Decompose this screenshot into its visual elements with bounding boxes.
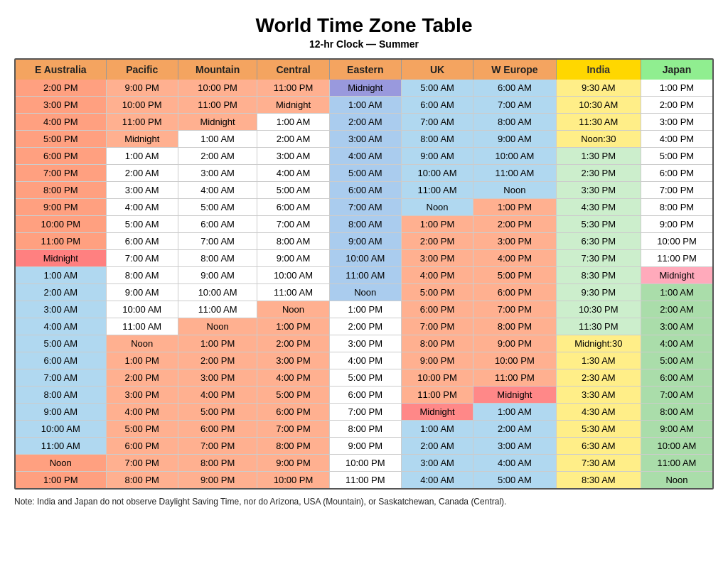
table-cell: 10:00 PM: [257, 472, 329, 489]
table-cell: 4:00 PM: [641, 131, 712, 148]
table-cell: 11:00 PM: [106, 114, 178, 131]
table-cell: 3:00 PM: [401, 250, 473, 267]
table-row: 2:00 PM9:00 PM10:00 PM11:00 PMMidnight5:…: [16, 80, 712, 97]
table-cell: 10:00 AM: [329, 250, 401, 267]
table-cell: 8:00 AM: [473, 114, 556, 131]
table-row: 10:00 PM5:00 AM6:00 AM7:00 AM8:00 AM1:00…: [16, 216, 712, 233]
table-row: 8:00 PM3:00 AM4:00 AM5:00 AM6:00 AM11:00…: [16, 182, 712, 199]
col-header-japan: Japan: [641, 60, 712, 80]
table-row: 3:00 PM10:00 PM11:00 PMMidnight1:00 AM6:…: [16, 97, 712, 114]
table-cell: 7:00 PM: [401, 318, 473, 335]
table-cell: 11:30 AM: [556, 114, 641, 131]
page: World Time Zone Table 12-hr Clock — Summ…: [14, 14, 714, 507]
table-cell: 1:00 AM: [473, 404, 556, 421]
table-cell: 8:00 PM: [401, 335, 473, 352]
table-cell: 10:00 AM: [641, 438, 712, 455]
table-cell: 4:00 AM: [16, 318, 106, 335]
table-cell: 9:00 AM: [178, 267, 257, 284]
table-row: 1:00 AM8:00 AM9:00 AM10:00 AM11:00 AM4:0…: [16, 267, 712, 284]
title-section: World Time Zone Table 12-hr Clock — Summ…: [14, 14, 714, 50]
table-row: Noon7:00 PM8:00 PM9:00 PM10:00 PM3:00 AM…: [16, 455, 712, 472]
table-cell: Midnight: [106, 131, 178, 148]
table-cell: 5:30 PM: [556, 216, 641, 233]
table-cell: Noon: [329, 284, 401, 301]
table-cell: 1:00 PM: [106, 352, 178, 369]
table-cell: 2:00 AM: [16, 284, 106, 301]
table-cell: 3:00 AM: [641, 318, 712, 335]
table-cell: Midnight: [473, 387, 556, 404]
table-cell: 8:00 AM: [329, 216, 401, 233]
table-cell: 8:00 AM: [106, 267, 178, 284]
table-cell: 2:00 PM: [641, 97, 712, 114]
table-cell: 4:00 PM: [178, 387, 257, 404]
table-cell: 1:00 AM: [106, 148, 178, 165]
table-cell: 10:30 PM: [556, 301, 641, 318]
table-row: 9:00 PM4:00 AM5:00 AM6:00 AM7:00 AMNoon1…: [16, 199, 712, 216]
table-cell: 10:00 AM: [257, 267, 329, 284]
table-row: 7:00 PM2:00 AM3:00 AM4:00 AM5:00 AM10:00…: [16, 165, 712, 182]
table-cell: 2:00 PM: [329, 318, 401, 335]
table-cell: 6:00 PM: [16, 148, 106, 165]
table-cell: 4:00 PM: [106, 404, 178, 421]
table-cell: 7:00 AM: [473, 97, 556, 114]
col-header-e-australia: E Australia: [16, 60, 106, 80]
table-cell: 8:00 AM: [257, 233, 329, 250]
table-cell: 5:00 AM: [473, 472, 556, 489]
table-row: 6:00 AM1:00 PM2:00 PM3:00 PM4:00 PM9:00 …: [16, 352, 712, 369]
table-cell: 3:00 PM: [473, 233, 556, 250]
table-cell: 11:00 AM: [329, 267, 401, 284]
table-cell: 3:00 PM: [257, 352, 329, 369]
table-cell: 5:00 PM: [401, 284, 473, 301]
table-cell: 9:30 PM: [556, 284, 641, 301]
table-cell: 2:00 AM: [329, 114, 401, 131]
table-cell: 4:30 AM: [556, 404, 641, 421]
table-cell: 4:00 AM: [178, 182, 257, 199]
table-cell: 2:00 AM: [401, 438, 473, 455]
col-header-w-europe: W Europe: [473, 60, 556, 80]
table-cell: 10:00 AM: [178, 284, 257, 301]
table-cell: 8:00 PM: [641, 199, 712, 216]
table-cell: 9:00 PM: [106, 80, 178, 97]
table-cell: 8:00 PM: [473, 318, 556, 335]
table-cell: 11:00 AM: [16, 438, 106, 455]
table-cell: 10:00 AM: [473, 148, 556, 165]
table-cell: 7:00 PM: [257, 421, 329, 438]
table-cell: 5:00 AM: [641, 352, 712, 369]
table-cell: 8:00 AM: [641, 404, 712, 421]
table-cell: 1:00 PM: [401, 216, 473, 233]
table-cell: 7:00 PM: [473, 301, 556, 318]
table-row: Midnight7:00 AM8:00 AM9:00 AM10:00 AM3:0…: [16, 250, 712, 267]
table-cell: 8:00 AM: [16, 387, 106, 404]
table-cell: 9:00 AM: [106, 284, 178, 301]
table-cell: 4:00 PM: [16, 114, 106, 131]
table-cell: 7:00 AM: [401, 114, 473, 131]
table-cell: 3:00 PM: [16, 97, 106, 114]
table-cell: 4:00 AM: [473, 455, 556, 472]
table-cell: 6:00 AM: [106, 233, 178, 250]
table-row: 6:00 PM1:00 AM2:00 AM3:00 AM4:00 AM9:00 …: [16, 148, 712, 165]
table-cell: 1:30 AM: [556, 352, 641, 369]
table-cell: 5:00 PM: [473, 267, 556, 284]
table-cell: 4:00 PM: [473, 250, 556, 267]
table-cell: 1:00 AM: [329, 97, 401, 114]
table-cell: 11:00 PM: [401, 387, 473, 404]
table-cell: 1:00 AM: [641, 284, 712, 301]
table-cell: 9:00 PM: [473, 335, 556, 352]
table-cell: 9:00 AM: [641, 421, 712, 438]
table-cell: 5:00 PM: [178, 404, 257, 421]
table-cell: 11:00 PM: [473, 369, 556, 387]
table-cell: 4:00 PM: [257, 369, 329, 387]
table-cell: 8:30 AM: [556, 472, 641, 489]
table-cell: 2:00 AM: [178, 148, 257, 165]
table-cell: 7:00 PM: [178, 438, 257, 455]
table-cell: Noon: [401, 199, 473, 216]
table-row: 8:00 AM3:00 PM4:00 PM5:00 PM6:00 PM11:00…: [16, 387, 712, 404]
table-cell: 1:00 AM: [401, 421, 473, 438]
table-row: 4:00 PM11:00 PMMidnight1:00 AM2:00 AM7:0…: [16, 114, 712, 131]
table-cell: Noon: [641, 472, 712, 489]
col-header-india: India: [556, 60, 641, 80]
table-cell: 6:00 AM: [401, 97, 473, 114]
table-row: 3:00 AM10:00 AM11:00 AMNoon1:00 PM6:00 P…: [16, 301, 712, 318]
table-cell: Midnight: [401, 404, 473, 421]
table-row: 11:00 PM6:00 AM7:00 AM8:00 AM9:00 AM2:00…: [16, 233, 712, 250]
